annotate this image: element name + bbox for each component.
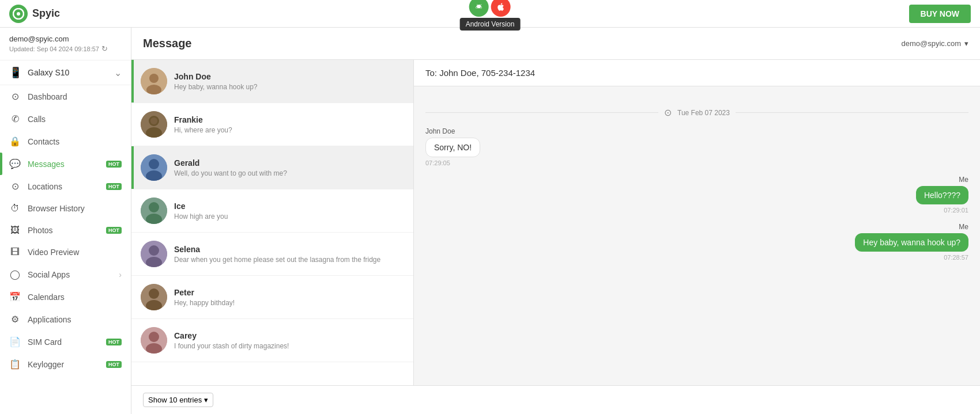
calls-icon: ✆ <box>9 113 21 124</box>
buy-now-button[interactable]: BUY NOW <box>909 5 971 23</box>
sidebar-item-browser-history[interactable]: ⏱ Browser History <box>0 197 131 219</box>
conv-info-ice: Ice How high are you <box>174 202 404 221</box>
sidebar-header: demo@spyic.com Updated: Sep 04 2024 09:1… <box>0 28 131 60</box>
sidebar-item-label: Photos <box>28 226 97 235</box>
keylogger-icon: 📋 <box>9 359 21 370</box>
sidebar-item-applications[interactable]: ⚙ Applications <box>0 308 131 331</box>
device-arrow-icon: ⌄ <box>114 67 122 78</box>
msg-block-sent-2: Me Hey baby, wanna hook up? 07:28:57 <box>425 223 968 261</box>
conv-info-carey: Carey I found your stash of dirty magazi… <box>174 331 404 350</box>
sidebar-item-label: Applications <box>28 315 122 324</box>
svg-point-10 <box>149 159 159 169</box>
conv-info-john: John Doe Hey baby, wanna hook up? <box>174 72 404 91</box>
msg-bubble: Sorry, NO! <box>425 138 480 157</box>
browser-history-icon: ⏱ <box>9 203 21 214</box>
avatar-selena <box>141 241 167 267</box>
conv-item-john[interactable]: John Doe Hey baby, wanna hook up? <box>131 60 413 103</box>
chat-panel: To: John Doe, 705-234-1234 ⊙ Tue Feb 07 … <box>414 60 980 385</box>
device-item[interactable]: 📱 Galaxy S10 ⌄ <box>0 60 131 85</box>
msg-sender-right: Me <box>959 176 968 184</box>
conv-name: Selena <box>174 245 404 254</box>
sim-hot-badge: HOT <box>106 339 122 345</box>
sidebar-item-label: Calendars <box>28 293 122 302</box>
conv-info-peter: Peter Hey, happy bithday! <box>174 288 404 307</box>
entries-dropdown-icon: ▾ <box>204 396 208 404</box>
conv-item-ice[interactable]: Ice How high are you <box>131 189 413 233</box>
sidebar-item-locations[interactable]: ⊙ Locations HOT <box>0 175 131 197</box>
msg-block-received-1: John Doe Sorry, NO! 07:29:05 <box>425 127 968 166</box>
sidebar-item-label: Messages <box>28 159 97 169</box>
conv-item-selena[interactable]: Selena Dear when you get home please set… <box>131 233 413 276</box>
conv-preview: How high are you <box>174 212 404 221</box>
conv-name: Frankie <box>174 115 404 124</box>
sidebar-item-keylogger[interactable]: 📋 Keylogger HOT <box>0 353 131 375</box>
sidebar-item-social-apps[interactable]: ◯ Social Apps › <box>0 263 131 286</box>
calendars-icon: 📅 <box>9 291 21 302</box>
sidebar-item-calls[interactable]: ✆ Calls <box>0 108 131 130</box>
sidebar-item-video-preview[interactable]: 🎞 Video Preview <box>0 241 131 263</box>
svg-point-8 <box>150 117 157 124</box>
dashboard-icon: ⊙ <box>9 91 21 102</box>
conv-name: John Doe <box>174 72 404 81</box>
platform-icons <box>469 0 511 17</box>
msg-time: 07:29:05 <box>425 159 968 166</box>
sidebar-item-contacts[interactable]: 🔒 Contacts <box>0 130 131 153</box>
conv-preview: Hey baby, wanna hook up? <box>174 83 404 91</box>
applications-icon: ⚙ <box>9 314 21 325</box>
header-dropdown-icon[interactable]: ▾ <box>964 39 968 48</box>
svg-point-19 <box>149 288 159 299</box>
sidebar-item-calendars[interactable]: 📅 Calendars <box>0 286 131 308</box>
content-title: Message <box>143 37 192 50</box>
svg-point-13 <box>149 202 159 212</box>
conv-item-frankie[interactable]: Frankie Hi, where are you? <box>131 103 413 146</box>
sidebar-item-messages[interactable]: 💬 Messages HOT <box>0 153 131 175</box>
sidebar-item-label: Locations <box>28 182 97 191</box>
msg-time-sent: 07:29:01 <box>944 207 968 214</box>
show-entries-label: Show 10 entries <box>148 396 202 404</box>
android-version-tooltip: Android Version <box>460 18 521 31</box>
content-header: Message demo@spyic.com ▾ <box>131 28 980 60</box>
avatar-carey <box>141 327 167 354</box>
chat-recipient: To: John Doe, 705-234-1234 <box>425 68 535 78</box>
social-apps-arrow-icon: › <box>119 270 122 279</box>
sidebar-item-photos[interactable]: 🖼 Photos HOT <box>0 219 131 241</box>
sim-card-icon: 📄 <box>9 336 21 347</box>
locations-hot-badge: HOT <box>106 183 122 190</box>
android-icon-btn[interactable] <box>469 0 489 17</box>
avatar-frankie <box>141 111 167 138</box>
conv-info-selena: Selena Dear when you get home please set… <box>174 245 404 264</box>
contacts-icon: 🔒 <box>9 136 21 147</box>
social-apps-icon: ◯ <box>9 269 21 280</box>
msg-bubble-sent: Hello???? <box>916 186 968 204</box>
sidebar-item-label: Keylogger <box>28 360 97 369</box>
svg-point-1 <box>17 12 20 16</box>
conv-item-carey[interactable]: Carey I found your stash of dirty magazi… <box>131 319 413 362</box>
nav-items: ⊙ Dashboard ✆ Calls 🔒 Contacts 💬 Message… <box>0 85 131 414</box>
photos-hot-badge: HOT <box>106 227 122 234</box>
sidebar-item-label: Contacts <box>28 137 122 146</box>
header-email: demo@spyic.com <box>901 39 961 48</box>
header-right: demo@spyic.com ▾ <box>901 39 968 48</box>
date-divider: ⊙ Tue Feb 07 2023 <box>425 107 968 118</box>
sidebar-item-dashboard[interactable]: ⊙ Dashboard <box>0 85 131 108</box>
ios-icon-btn[interactable] <box>491 0 511 17</box>
conv-name: Carey <box>174 331 404 340</box>
conv-item-gerald[interactable]: Gerald Well, do you want to go out with … <box>131 146 413 189</box>
sidebar: demo@spyic.com Updated: Sep 04 2024 09:1… <box>0 28 131 414</box>
conv-preview: Hi, where are you? <box>174 126 404 134</box>
locations-icon: ⊙ <box>9 181 21 192</box>
content-footer: Show 10 entries ▾ <box>131 385 980 414</box>
spyic-logo-icon <box>9 5 28 23</box>
refresh-icon[interactable]: ↻ <box>101 44 108 53</box>
avatar-gerald <box>141 154 167 181</box>
show-entries-select[interactable]: Show 10 entries ▾ <box>143 393 213 407</box>
avatar-ice <box>141 197 167 224</box>
sidebar-item-sim-card[interactable]: 📄 SIM Card HOT <box>0 331 131 353</box>
date-text: Tue Feb 07 2023 <box>677 109 730 117</box>
conv-item-peter[interactable]: Peter Hey, happy bithday! <box>131 276 413 319</box>
avatar-peter <box>141 284 167 310</box>
messages-icon: 💬 <box>9 158 21 169</box>
msg-time-sent: 07:28:57 <box>944 254 968 261</box>
conv-preview: Hey, happy bithday! <box>174 299 404 307</box>
msg-bubble-sent: Hey baby, wanna hook up? <box>855 233 968 252</box>
